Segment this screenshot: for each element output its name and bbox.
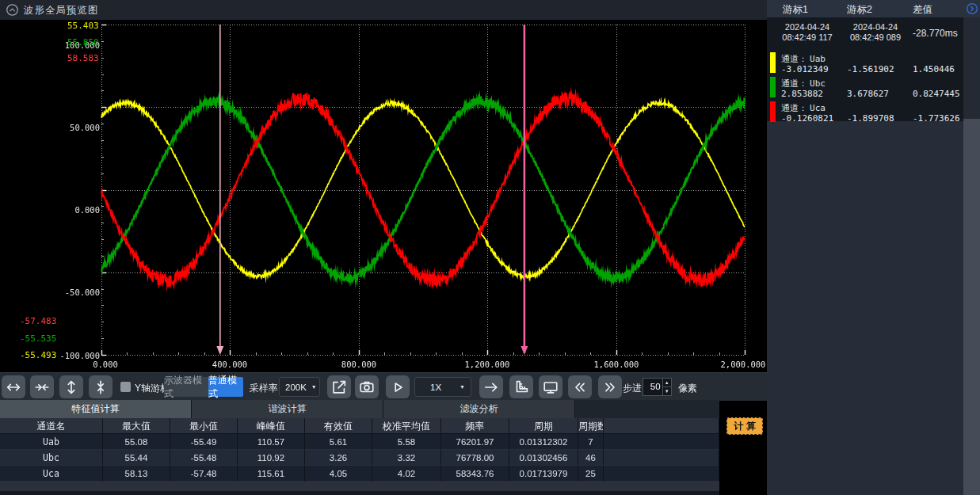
export-icon [330,379,348,396]
y-tick-label: 0.000 [59,205,100,215]
channel-diff-value: 0.8247445 [913,89,960,99]
col-header-cycle-count: 周期数 [578,418,604,434]
step-label: 步进 [623,382,642,395]
x-tick-label: 1,600.000 [581,360,652,369]
channel-label: 通道： Ubc [781,78,826,89]
cursor2-timestamp: 2024-04-24 08:42:49 089 [841,22,909,43]
chevron-down-icon: ▼ [311,384,317,390]
table-row[interactable]: Uab 55.08 -55.49 110.57 5.61 5.58 76201.… [0,434,719,450]
waveform-chart: 100.000 50.000 0.000 -50.000 -100.000 0.… [0,20,767,372]
channel-diff-value: 1.450446 [913,64,955,74]
cursor1-timestamp: 2024-04-24 08:42:49 117 [773,22,841,43]
sample-rate-label: 采样率 [250,382,278,395]
play-icon [389,379,406,396]
export-button[interactable] [327,375,351,398]
col-header-peak-to-peak: 峰峰值 [238,418,305,434]
col-header-channel: 通道名 [0,418,103,434]
channel-min-label: -57.483 [20,316,56,326]
table-row[interactable]: Ubc 55.44 -55.48 110.92 3.26 3.32 76778.… [0,450,719,466]
x-tick-label: 0.000 [70,360,141,369]
compress-horizontal-button[interactable] [30,375,54,398]
table-header-row: 通道名 最大值 最小值 峰峰值 有效值 校准平均值 频率 周期 周期数 [0,418,719,434]
channel-cursor1-value: -3.012349 [781,64,829,74]
x-tick-label: 400.000 [194,360,265,369]
step-down-icon[interactable]: ▼ [663,387,671,395]
cursor-panel: 游标1 游标2 差值 2024-04-24 08:42:49 117 2024-… [767,0,980,495]
stepper-arrows[interactable]: ▲ ▼ [662,379,671,395]
y-axis-cursor-checkbox[interactable] [120,382,131,392]
fullscreen-button[interactable] [539,375,562,398]
measure-button[interactable] [509,375,533,398]
channel-cursor1-value: -0.1260821 [781,113,833,124]
cursor-panel-header: 游标1 游标2 差值 [767,0,980,17]
waveform-plot-canvas[interactable] [0,20,767,372]
table-footer-strip [0,482,719,491]
channel-cursor2-value: -1.561902 [847,64,894,74]
expand-vertical-icon [63,379,80,396]
step-size-stepper[interactable]: 50 ▲ ▼ [643,378,672,396]
zoom-factor-dropdown[interactable]: 1X ▼ [414,377,471,397]
collapse-panel-icon[interactable] [6,3,19,17]
tab-harmonic-calculation[interactable]: 谐波计算 [192,400,383,418]
chart-toolbar: Y轴游标 示波器模式 普通模式 采样率 200K ▼ 1X ▼ [0,372,767,401]
page-title: 波形全局预览图 [24,4,99,17]
pixel-label: 像素 [678,382,697,395]
x-tick-label: 800.000 [323,360,395,369]
move-right-button[interactable] [479,375,503,398]
compress-vertical-button[interactable] [89,375,112,398]
step-up-icon[interactable]: ▲ [663,379,671,387]
cursor2-header: 游标2 [847,3,872,17]
arrow-right-icon [482,379,500,396]
channel-min-label: -55.535 [20,333,56,344]
compress-horizontal-icon [33,379,51,396]
expand-horizontal-icon [5,379,22,396]
calculate-button[interactable]: 计 算 [726,417,763,435]
step-size-value: 50 [643,379,662,395]
col-header-calibrated-mean: 校准平均值 [372,418,441,434]
expand-horizontal-button[interactable] [2,375,25,398]
oscilloscope-mode-button[interactable]: 示波器模式 [164,377,208,397]
chevron-down-icon: ▼ [459,384,465,390]
channel-max-label: 58.583 [67,53,99,63]
page-left-button[interactable] [568,375,592,398]
compress-vertical-icon [92,379,109,396]
panel-scrollbar-thumb[interactable] [963,119,980,495]
col-header-period: 周期 [509,418,578,434]
difference-header: 差值 [913,3,932,17]
zoom-factor-value: 1X [421,383,441,392]
normal-mode-button[interactable]: 普通模式 [208,377,243,397]
sample-rate-dropdown[interactable]: 200K ▼ [279,377,320,397]
col-header-min: 最小值 [170,418,238,434]
monitor-icon [542,379,559,396]
col-header-rms: 有效值 [305,418,372,434]
table-row[interactable]: Uca 58.13 -57.48 115.61 4.05 4.02 58343.… [0,466,719,482]
panel-scrollbar-track[interactable] [963,17,980,119]
page-right-button[interactable] [598,375,622,398]
channel-color-bar [770,101,776,122]
table-footer-edge [0,491,719,495]
channel-color-bar [770,52,776,73]
x-tick-label: 1,200.000 [452,360,523,369]
channel-max-label: 55.403 [67,21,99,31]
expand-vertical-button[interactable] [59,375,83,398]
ruler-icon [513,379,530,396]
double-chevron-left-icon [571,379,589,396]
play-button[interactable] [386,375,410,398]
cursor1-header: 游标1 [783,3,808,17]
tab-feature-calculation[interactable]: 特征值计算 [0,400,192,418]
channel-label: 通道： Uab [781,53,826,65]
cursor-time-difference: -28.770ms [913,28,958,39]
analysis-tabs: 特征值计算 谐波计算 滤波分析 [0,400,719,418]
col-header-frequency: 频率 [441,418,509,434]
col-header-max: 最大值 [103,418,170,434]
channel-color-bar [770,77,776,97]
collapse-cursor-panel-icon[interactable] [966,2,978,15]
channel-diff-value: -1.773626 [913,113,960,124]
channel-min-label: -55.493 [20,350,56,360]
tab-filter-analysis[interactable]: 滤波分析 [383,400,575,418]
channel-cursor2-value: -1.899708 [847,113,894,124]
sample-rate-value: 200K [285,383,307,392]
screenshot-button[interactable] [355,375,379,398]
channel-label: 通道： Uca [781,102,826,114]
title-bar: 波形全局预览图 [0,0,767,21]
